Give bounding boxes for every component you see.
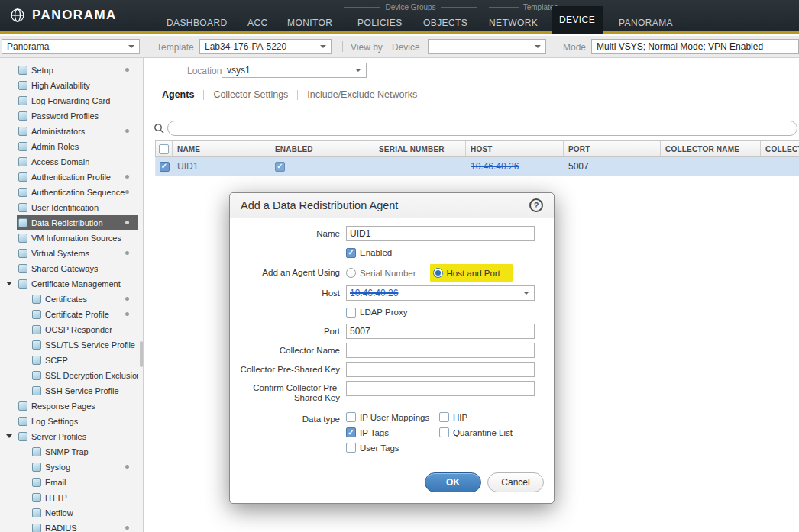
- agent-name-cell[interactable]: UID1: [173, 157, 270, 176]
- column-header-collecto[interactable]: COLLECTO: [761, 141, 799, 156]
- port-input[interactable]: [346, 324, 535, 339]
- cancel-button[interactable]: Cancel: [487, 472, 544, 492]
- sidebar-item-snmp-trap[interactable]: SNMP Trap: [31, 444, 138, 459]
- tab-agents[interactable]: Agents: [160, 89, 196, 100]
- sidebar-item-label: Password Profiles: [31, 111, 99, 121]
- nav-acc[interactable]: ACC: [240, 12, 276, 34]
- tab-collector-settings[interactable]: Collector Settings: [212, 89, 290, 100]
- syslog-icon: [32, 463, 41, 472]
- sidebar-item-access-domain[interactable]: Access Domain: [17, 154, 138, 169]
- host-and-port-option-label: Host and Port: [447, 269, 500, 278]
- sidebar-item-certificate-profile[interactable]: Certificate Profile: [31, 307, 138, 321]
- enabled-row-checkbox[interactable]: ✓: [275, 162, 285, 172]
- sidebar-item-ssh-service-profile[interactable]: SSH Service Profile: [31, 383, 138, 398]
- column-header-collector-name[interactable]: COLLECTOR NAME: [661, 141, 761, 156]
- checkbox-box: ✓: [439, 427, 449, 437]
- sidebar-item-data-redistribution[interactable]: Data Redistribution: [17, 215, 138, 230]
- sidebar-item-administrators[interactable]: Administrators: [17, 124, 138, 138]
- sidebar-item-syslog[interactable]: Syslog: [31, 459, 138, 474]
- port-row: Port: [230, 324, 543, 339]
- ldap-proxy-checkbox[interactable]: ✓: [346, 308, 356, 318]
- select-all-checkbox[interactable]: ✓: [159, 144, 169, 154]
- chevron-down-icon[interactable]: [6, 434, 12, 438]
- panorama-logo[interactable]: PANORAMA: [9, 7, 117, 24]
- authentication-sequence-icon: [18, 188, 27, 197]
- data-type-label: Data type: [230, 412, 346, 424]
- sidebar-item-authentication-sequence[interactable]: Authentication Sequence: [17, 185, 138, 199]
- row-checkbox[interactable]: ✓: [160, 162, 170, 172]
- ok-button[interactable]: OK: [425, 472, 481, 492]
- psk-input[interactable]: [346, 362, 535, 377]
- sidebar-item-setup[interactable]: Setup: [17, 63, 138, 77]
- nav-monitor[interactable]: MONITOR: [280, 12, 340, 34]
- nav-device[interactable]: DEVICE: [552, 6, 603, 34]
- sidebar-item-password-profiles[interactable]: Password Profiles: [17, 108, 138, 123]
- collector-name-input[interactable]: [346, 343, 535, 358]
- chevron-down-icon: [535, 45, 541, 48]
- sidebar-item-certificate-management[interactable]: Certificate Management: [17, 276, 138, 291]
- view-by-device-select[interactable]: [428, 39, 546, 54]
- sidebar-item-scep[interactable]: SCEP: [31, 353, 138, 367]
- enabled-checkbox[interactable]: ✓: [346, 248, 356, 258]
- sidebar-item-response-pages[interactable]: Response Pages: [17, 398, 138, 413]
- ip-user-mappings-checkbox[interactable]: ✓IP User Mappings: [346, 412, 439, 422]
- sidebar-item-label: SCEP: [45, 356, 68, 365]
- sidebar-item-ssl-tls-service-profile[interactable]: SSL/TLS Service Profile: [31, 337, 138, 352]
- nav-objects[interactable]: OBJECTS: [416, 12, 475, 34]
- table-header: ✓NAMEENABLEDSERIAL NUMBERHOSTPORTCOLLECT…: [155, 140, 799, 157]
- sidebar-item-label: User Identification: [31, 203, 99, 212]
- sidebar-item-vm-information-sources[interactable]: VM Information Sources: [17, 231, 138, 245]
- column-header-name[interactable]: NAME: [173, 141, 270, 156]
- sidebar-item-high-availability[interactable]: High Availability: [17, 78, 138, 92]
- user-tags-checkbox[interactable]: ✓User Tags: [346, 443, 439, 453]
- nav-network[interactable]: NETWORK: [481, 12, 545, 34]
- sidebar-item-virtual-systems[interactable]: Virtual Systems: [17, 246, 138, 260]
- serial-number-radio[interactable]: [346, 268, 356, 278]
- sidebar-item-ssl-decryption-exclusion[interactable]: SSL Decryption Exclusion: [31, 368, 138, 382]
- column-header-enabled[interactable]: ENABLED: [270, 141, 374, 156]
- sidebar-item-log-forwarding-card[interactable]: Log Forwarding Card: [17, 93, 138, 108]
- chevron-down-icon[interactable]: [6, 282, 12, 285]
- host-and-port-radio[interactable]: [433, 268, 443, 278]
- row-select-cell: ✓: [156, 157, 173, 176]
- sidebar-item-log-settings[interactable]: Log Settings: [17, 414, 138, 428]
- response-pages-icon: [18, 401, 27, 411]
- search-input[interactable]: [167, 121, 797, 136]
- nav-policies[interactable]: POLICIES: [350, 12, 410, 34]
- ip-tags-checkbox[interactable]: ✓IP Tags: [346, 427, 439, 437]
- sidebar-item-radius[interactable]: RADIUS: [31, 521, 138, 532]
- sidebar-item-netflow[interactable]: Netflow: [31, 505, 138, 520]
- context-select[interactable]: Panorama: [2, 39, 140, 54]
- quarantine-list-checkbox[interactable]: ✓Quarantine List: [439, 427, 554, 437]
- column-header-host[interactable]: HOST: [466, 141, 564, 156]
- template-select[interactable]: Lab34-176-PA-5220: [199, 39, 332, 54]
- sidebar-item-shared-gateways[interactable]: Shared Gateways: [17, 261, 138, 276]
- sidebar-item-label: Data Redistribution: [31, 218, 103, 227]
- host-port-option-highlight: Host and Port: [430, 264, 513, 282]
- sidebar-item-authentication-profile[interactable]: Authentication Profile: [17, 169, 138, 184]
- status-dot: [125, 465, 129, 469]
- nav-dashboard[interactable]: DASHBOARD: [159, 12, 235, 34]
- sidebar-item-ocsp-responder[interactable]: OCSP Responder: [31, 322, 138, 337]
- location-select[interactable]: vsys1: [222, 63, 367, 78]
- sidebar-item-email[interactable]: Email: [31, 475, 138, 489]
- mode-label: Mode: [563, 42, 586, 53]
- chevron-down-icon: [355, 69, 361, 72]
- sidebar-item-server-profiles[interactable]: Server Profiles: [17, 429, 138, 443]
- sidebar-item-certificates[interactable]: Certificates: [31, 292, 138, 306]
- ldap-proxy-row: ✓ LDAP Proxy: [230, 305, 543, 320]
- sidebar-item-admin-roles[interactable]: Admin Roles: [17, 139, 138, 153]
- sidebar-resize-handle[interactable]: [140, 341, 143, 367]
- help-icon[interactable]: ?: [529, 198, 543, 212]
- name-input[interactable]: [346, 226, 535, 241]
- tab-include-exclude-networks[interactable]: Include/Exclude Networks: [306, 89, 419, 100]
- sidebar-item-http[interactable]: HTTP: [31, 490, 138, 505]
- table-row[interactable]: ✓UID1✓10.46.40.265007: [155, 157, 799, 176]
- column-header-serial-number[interactable]: SERIAL NUMBER: [374, 141, 466, 156]
- confirm-psk-input[interactable]: [346, 381, 535, 396]
- hip-checkbox[interactable]: ✓HIP: [439, 412, 554, 422]
- column-header-port[interactable]: PORT: [564, 141, 661, 156]
- sidebar-item-user-identification[interactable]: User Identification: [17, 200, 138, 214]
- host-combobox[interactable]: 10.46.40.26: [346, 285, 535, 301]
- nav-panorama[interactable]: PANORAMA: [611, 12, 681, 34]
